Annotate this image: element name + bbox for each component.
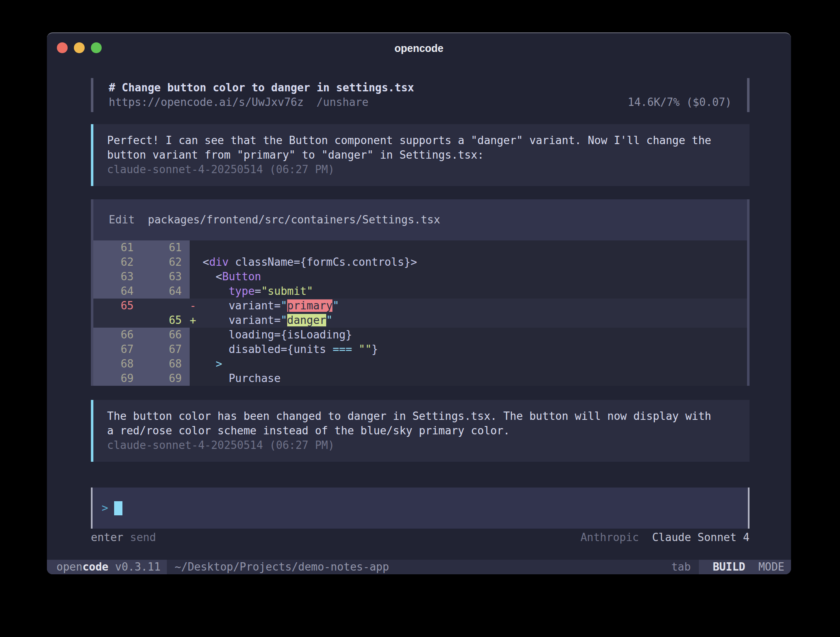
unshare-command: /unshare <box>317 95 369 110</box>
diff-code-line: Purchase <box>190 371 747 386</box>
diff-row: 6868 > <box>93 357 747 371</box>
app-version-chip: open code v0.3.11 <box>47 560 167 574</box>
edit-file-path: packages/frontend/src/containers/Setting… <box>148 213 440 226</box>
composer-footer: enter send Anthropic Claude Sonnet 4 <box>91 530 750 545</box>
mode-name: BUILD <box>713 561 745 573</box>
diff-line-numbers: 6464 <box>93 284 190 299</box>
session-header: # Change button color to danger in setti… <box>91 78 750 112</box>
prompt-chevron-icon: > <box>102 501 108 515</box>
prompt-input[interactable]: > <box>91 488 750 529</box>
edit-tool-header: Edit packages/frontend/src/containers/Se… <box>93 199 747 240</box>
diff-row: 6666 loading={isLoading} <box>93 328 747 342</box>
diff-code-line: type="submit" <box>190 284 747 299</box>
status-bar: open code v0.3.11 ~/Desktop/Projects/dem… <box>47 560 791 574</box>
diff-row: 6767 disabled={units === ""} <box>93 342 747 357</box>
diff-row: 6969 Purchase <box>93 371 747 386</box>
diff-line-numbers: 65 <box>93 313 190 328</box>
diff-table: 61616262 <div className={formCs.controls… <box>93 240 747 386</box>
provider-name: Anthropic <box>581 531 639 544</box>
diff-line-numbers: 6868 <box>93 357 190 371</box>
diff-code-line: > <box>190 357 747 371</box>
message-text: Perfect! I can see that the Button compo… <box>107 133 741 162</box>
diff-code-line: <Button <box>190 270 747 284</box>
share-url[interactable]: https://opencode.ai/s/UwJxv76z <box>109 95 304 110</box>
edit-action-label: Edit <box>109 213 135 226</box>
app-name-normal: open <box>56 560 83 574</box>
message-meta: claude-sonnet-4-20250514 (06:27 PM) <box>107 162 741 177</box>
diff-row: 65+ variant="danger" <box>93 313 747 328</box>
diff-code-line: loading={isLoading} <box>190 328 747 342</box>
text-cursor <box>114 501 122 515</box>
diff-row: 6262 <div className={formCs.controls}> <box>93 255 747 270</box>
session-title: # Change button color to danger in setti… <box>109 81 747 95</box>
assistant-message: The button color has been changed to dan… <box>91 400 750 462</box>
app-version: v0.3.11 <box>115 560 161 574</box>
context-usage: 14.6K/7% ($0.07) <box>628 95 747 110</box>
diff-code-line: <div className={formCs.controls}> <box>190 255 747 270</box>
diff-row: 6161 <box>93 240 747 255</box>
mode-suffix: MODE <box>758 561 784 573</box>
send-hint-label: send <box>130 530 156 545</box>
diff-row: 6363 <Button <box>93 270 747 284</box>
diff-line-numbers: 6161 <box>93 240 190 255</box>
window-title: opencode <box>47 33 791 63</box>
edit-tool-block: Edit packages/frontend/src/containers/Se… <box>91 199 750 386</box>
tab-key-hint[interactable]: tab <box>671 560 691 574</box>
title-bar: opencode <box>47 33 791 63</box>
diff-code-line: disabled={units === ""} <box>190 342 747 357</box>
message-text: The button color has been changed to dan… <box>107 409 741 438</box>
diff-line-numbers: 6767 <box>93 342 190 357</box>
message-meta: claude-sonnet-4-20250514 (06:27 PM) <box>107 438 741 453</box>
model-indicator: Anthropic Claude Sonnet 4 <box>581 530 750 545</box>
enter-key-hint: enter <box>91 530 123 545</box>
terminal-window: opencode # Change button color to danger… <box>47 32 791 574</box>
diff-line-numbers: 6969 <box>93 371 190 386</box>
app-name-bold: code <box>83 560 109 574</box>
diff-line-numbers: 6363 <box>93 270 190 284</box>
assistant-message: Perfect! I can see that the Button compo… <box>91 124 750 186</box>
diff-row: 65- variant="primary" <box>93 299 747 313</box>
diff-code-line <box>190 240 747 255</box>
diff-code-line: + variant="danger" <box>190 313 747 328</box>
model-name: Claude Sonnet 4 <box>652 531 750 544</box>
diff-code-line: - variant="primary" <box>190 299 747 313</box>
diff-line-numbers: 6262 <box>93 255 190 270</box>
working-directory: ~/Desktop/Projects/demo-notes-app <box>175 560 389 574</box>
diff-line-numbers: 6666 <box>93 328 190 342</box>
diff-line-numbers: 65 <box>93 299 190 313</box>
mode-chip: BUILD MODE <box>699 560 791 574</box>
diff-row: 6464 type="submit" <box>93 284 747 299</box>
